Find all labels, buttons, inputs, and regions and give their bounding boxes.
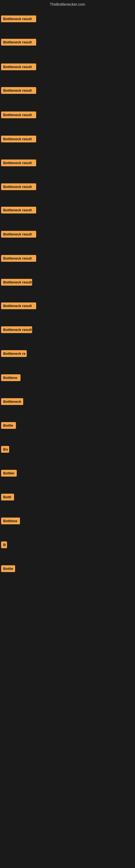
- bottleneck-badge-4[interactable]: Bottleneck result: [1, 87, 36, 94]
- bottleneck-badge-9[interactable]: Bottleneck result: [1, 207, 36, 214]
- bottleneck-badge-1[interactable]: Bottleneck result: [1, 16, 36, 22]
- bottleneck-badge-12[interactable]: Bottleneck result: [1, 279, 32, 286]
- bottleneck-badge-17[interactable]: Bottleneck: [1, 398, 23, 405]
- bottleneck-badge-8[interactable]: Bottleneck result: [1, 183, 36, 190]
- bottleneck-badge-21[interactable]: Bottl: [1, 494, 14, 500]
- bottleneck-badge-24[interactable]: Bottle: [1, 565, 15, 572]
- page-container: TheBottlenecker.com Bottleneck resultBot…: [0, 0, 135, 868]
- bottleneck-badge-23[interactable]: B: [1, 541, 7, 548]
- bottleneck-badge-14[interactable]: Bottleneck result: [1, 326, 32, 333]
- bottleneck-badge-13[interactable]: Bottleneck result: [1, 303, 36, 309]
- bottleneck-badge-11[interactable]: Bottleneck result: [1, 255, 36, 262]
- bottleneck-badge-7[interactable]: Bottleneck result: [1, 159, 36, 166]
- bottleneck-badge-6[interactable]: Bottleneck result: [1, 135, 36, 143]
- bottleneck-badge-5[interactable]: Bottleneck result: [1, 112, 36, 118]
- bottleneck-badge-22[interactable]: Bottlene: [1, 518, 20, 524]
- bottleneck-badge-2[interactable]: Bottleneck result: [1, 39, 36, 45]
- bottleneck-badge-10[interactable]: Bottleneck result: [1, 231, 36, 238]
- bottleneck-badge-20[interactable]: Bottler: [1, 470, 17, 476]
- bottleneck-badge-19[interactable]: Bo: [1, 446, 9, 453]
- bottleneck-badge-15[interactable]: Bottleneck re: [1, 350, 27, 357]
- bottleneck-badge-16[interactable]: Bottlene: [1, 374, 20, 381]
- site-title: TheBottlenecker.com: [0, 0, 135, 8]
- bottleneck-badge-18[interactable]: Bottle: [1, 422, 16, 429]
- bottleneck-badge-3[interactable]: Bottleneck result: [1, 63, 36, 70]
